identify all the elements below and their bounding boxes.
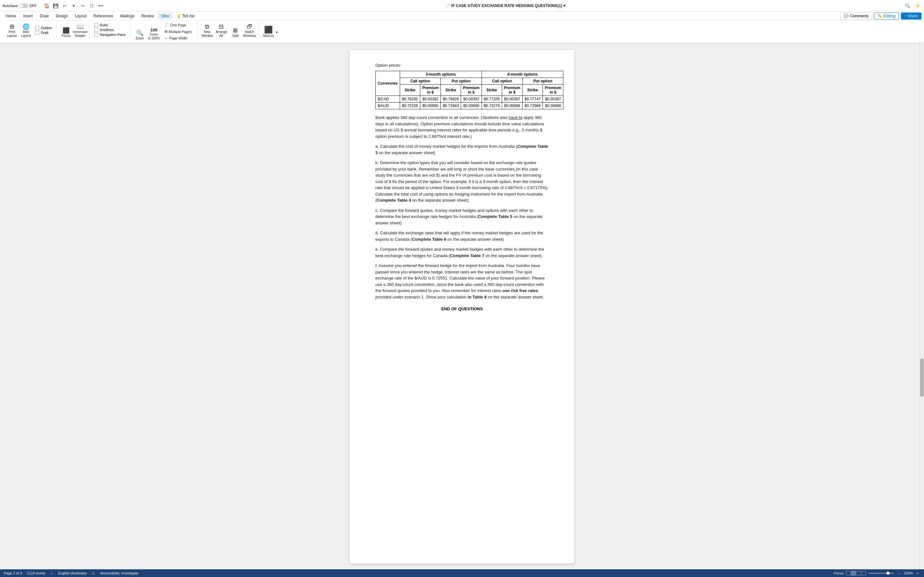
menu-tell-me[interactable]: 💡 Tell me [173,13,198,19]
gridlines-checkbox[interactable] [94,28,98,32]
bold-in-table-8: in Table 8 [468,295,487,300]
outline-checkbox-item[interactable]: Outline [35,26,52,30]
comments-button[interactable]: 💬 Comments [840,13,872,19]
table-cell-cad-strike1: $0.76292 [400,96,420,103]
menu-view[interactable]: View [158,13,173,19]
zoom-100-button[interactable]: 100 Zoomto 100% [147,24,161,41]
autosave-toggle[interactable] [19,3,28,8]
scrollbar-thumb[interactable] [920,358,924,397]
underline-have-to: have to [509,115,523,120]
zoom-100-icon: 100 [150,28,158,32]
print-layout-button[interactable]: ⊞ PrintLayout [5,22,19,39]
bold-complete-table-7: Complete Table 7 [450,253,485,258]
page-width-icon: ↔ [165,36,168,40]
ruler-checkbox-item[interactable]: Ruler [94,23,126,27]
split-button[interactable]: ⊠ Split [229,22,242,39]
table-cell-aud-strike1: $0.72155 [400,103,420,109]
gridlines-checkbox-item[interactable]: Gridlines [94,28,126,32]
table-subheader-put-3m: Put option [441,78,481,85]
switch-windows-button[interactable]: 🗗 SwitchWindows [243,22,256,39]
undo-button[interactable]: ↩ [61,2,69,10]
view-checkboxes: Outline Draft [33,25,54,36]
menu-insert[interactable]: Insert [20,13,36,19]
switch-windows-icon: 🗗 [247,24,252,29]
col-strike-2: Strike [441,85,461,96]
new-window-button[interactable]: ⧉ NewWindow [200,22,214,39]
table-cell-cad-prem3: $0.00387 [502,96,522,103]
doc-title-text: IF CASE STUDY EXCHANGE RATE HEDGING QUES… [451,3,562,8]
zoom-icon: 🔍 [136,30,144,36]
ribbon: ⊞ PrintLayout 🌐 WebLayout Outline Draft … [0,21,924,44]
table-header-3month: 3-month options [400,71,481,78]
undo-dropdown[interactable]: ▾ [70,2,78,10]
ruler-checkbox[interactable] [94,23,98,27]
col-premium-4: Premiumin $ [543,85,564,96]
options-table: Currencies 3-month options 6-month optio… [375,71,564,109]
immersive-reader-button[interactable]: 📖 ImmersiveReader [73,22,87,39]
menu-references[interactable]: References [90,13,116,19]
menu-review[interactable]: Review [138,13,157,19]
menu-layout[interactable]: Layout [71,13,89,19]
page-width-button[interactable]: ↔ Page Width [163,35,194,41]
draft-checkbox[interactable] [35,31,39,35]
new-window-icon: ⧉ [205,24,209,29]
title-right-icons: 🔍 ⚡ [903,2,921,10]
focus-icon: ⬛ [63,27,69,33]
menu-mailings[interactable]: Mailings [117,13,137,19]
macros-dropdown-arrow[interactable]: ▾ [276,31,278,39]
col-strike-1: Strike [400,85,420,96]
arrange-all-button[interactable]: ⊟ ArrangeAll [215,22,228,39]
redo-button[interactable]: ↪ [79,2,87,10]
col-premium-2: Premiumin $ [461,85,481,96]
table-cell-aud-prem3: $0.00688 [502,103,522,109]
nav-pane-label: Navigation Pane [100,33,126,37]
table-cell-cad-strike3: $0.77205 [481,96,502,103]
scrollbar-track[interactable] [919,44,924,569]
arrange-all-icon: ⊟ [219,24,224,29]
search-button[interactable]: 🔍 [903,2,911,10]
menu-design[interactable]: Design [53,13,71,19]
recent-docs-button[interactable]: 🗋 [88,2,95,10]
home-button[interactable]: 🏠 [43,2,51,10]
document-area[interactable]: Option prices: Currencies 3-month option… [0,44,924,570]
table-subheader-put-6m: Put option [522,78,563,85]
bold-complete-table-4: Complete Table 4 [376,198,411,203]
option-prices-label: Option prices: [375,63,549,68]
more-button[interactable]: ••• [97,2,105,10]
web-layout-icon: 🌐 [23,24,29,29]
status-bar: Page 3 of 3 1118 words ✓ English (Austra… [0,569,924,570]
lightbulb-icon: 💡 [176,14,181,18]
ribbon-views-group: ⊞ PrintLayout 🌐 WebLayout Outline Draft [3,22,57,39]
split-icon: ⊠ [233,27,238,33]
nav-pane-checkbox-item[interactable]: Navigation Pane [94,33,126,37]
outline-checkbox[interactable] [35,26,39,30]
one-page-button[interactable]: 📄 One Page [163,22,194,28]
col-strike-3: Strike [481,85,502,96]
title-dropdown-icon[interactable]: ▾ [564,3,565,8]
menu-home[interactable]: Home [3,13,19,19]
nav-pane-checkbox[interactable] [94,33,98,37]
zoom-button[interactable]: 🔍 Zoom [133,24,147,41]
menu-draw[interactable]: Draw [37,13,52,19]
editing-button[interactable]: ✏️ Editing [874,13,899,19]
draft-checkbox-item[interactable]: Draft [35,31,52,35]
bold-risk-free: use risk free rates [502,288,538,293]
table-cell-cad-prem4: $0.00387 [543,96,564,103]
table-row: $/AUD $0.72155 $0.00690 $0.72843 $0.0069… [376,103,564,109]
one-page-icon: 📄 [165,23,169,27]
share-button[interactable]: ↑ Share [901,13,921,19]
table-cell-currency-aud: $/AUD [376,103,400,109]
macros-button[interactable]: ⬛ Macros [262,22,275,39]
table-cell-cad-strike4: $0.77747 [522,96,543,103]
paragraph-f: f. Assume you entered the forward hedge … [375,263,549,300]
multiple-pages-button[interactable]: ⊞ Multiple Pages [163,29,194,35]
gridlines-label: Gridlines [100,28,113,32]
paragraph-d: d. Calculate the exchange rates that wil… [375,230,549,242]
table-cell-currency-cad: $/CAD [376,96,400,103]
save-button[interactable]: 💾 [52,2,60,10]
web-layout-button[interactable]: 🌐 WebLayout [19,22,33,39]
table-subheader-call-3m: Call option [400,78,441,85]
help-button[interactable]: ⚡ [914,2,921,10]
focus-button[interactable]: ⬛ Focus [59,22,73,39]
immersive-reader-icon: 📖 [77,24,84,29]
